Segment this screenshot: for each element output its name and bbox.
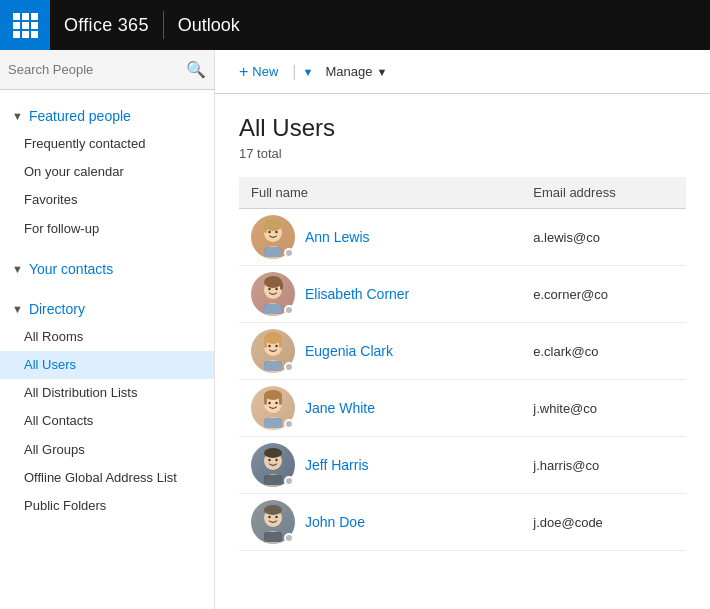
user-name-cell: Jane White: [239, 380, 521, 437]
sidebar-item-favorites[interactable]: Favorites: [0, 186, 214, 214]
svg-rect-2: [264, 225, 267, 233]
svg-point-11: [275, 288, 277, 290]
page-subtitle: 17 total: [239, 146, 686, 161]
avatar: [251, 443, 295, 487]
user-email: a.lewis@co: [533, 230, 600, 245]
avatar: [251, 272, 295, 316]
svg-point-33: [275, 459, 277, 461]
svg-rect-9: [280, 282, 283, 290]
user-email-cell: e.corner@co: [521, 266, 686, 323]
app-suite-title: Office 365: [50, 15, 163, 36]
svg-point-37: [264, 505, 282, 515]
content-area: + New | ▼ Manage ▼ All Users 17 total Fu…: [215, 50, 710, 609]
status-dot: [284, 305, 294, 315]
user-email: j.white@co: [533, 401, 597, 416]
sidebar-item-public-folders[interactable]: Public Folders: [0, 492, 214, 520]
featured-people-header[interactable]: ▼ Featured people: [0, 98, 214, 130]
user-email-cell: j.harris@co: [521, 437, 686, 494]
search-people-input[interactable]: [8, 62, 186, 77]
sidebar-item-frequently-contacted[interactable]: Frequently contacted: [0, 130, 214, 158]
avatar: [251, 329, 295, 373]
svg-point-27: [275, 402, 277, 404]
user-name-cell: Elisabeth Corner: [239, 266, 521, 323]
avatar: [251, 386, 295, 430]
new-dropdown-arrow[interactable]: ▼: [303, 66, 314, 78]
featured-people-label: Featured people: [29, 108, 131, 124]
table-row: Jeff Harris j.harris@co: [239, 437, 686, 494]
chevron-down-icon-directory: ▼: [12, 303, 23, 315]
svg-point-39: [275, 516, 277, 518]
waffle-icon: [13, 13, 38, 38]
avatar: [251, 500, 295, 544]
col-email: Email address: [521, 177, 686, 209]
svg-point-38: [268, 516, 270, 518]
sidebar-item-all-users[interactable]: All Users: [0, 351, 214, 379]
svg-rect-41: [264, 532, 282, 542]
search-icon[interactable]: 🔍: [186, 60, 206, 79]
user-full-name[interactable]: John Doe: [305, 514, 365, 530]
table-row: Eugenia Clark e.clark@co: [239, 323, 686, 380]
directory-header[interactable]: ▼ Directory: [0, 291, 214, 323]
table-row: Elisabeth Corner e.corner@co: [239, 266, 686, 323]
sidebar-item-offline-gal[interactable]: Offline Global Address List: [0, 464, 214, 492]
svg-point-8: [264, 276, 282, 288]
svg-point-4: [275, 231, 277, 233]
table-row: Jane White j.white@co: [239, 380, 686, 437]
svg-point-31: [264, 448, 282, 458]
users-table: Full name Email address: [239, 177, 686, 551]
chevron-down-icon: ▼: [12, 110, 23, 122]
manage-dropdown-arrow: ▼: [376, 66, 387, 78]
user-full-name[interactable]: Eugenia Clark: [305, 343, 393, 359]
sidebar-item-all-groups[interactable]: All Groups: [0, 436, 214, 464]
user-name-cell: Jeff Harris: [239, 437, 521, 494]
toolbar: + New | ▼ Manage ▼: [215, 50, 710, 94]
top-bar: Office 365 Outlook: [0, 0, 710, 50]
svg-point-19: [275, 345, 277, 347]
table-header-row: Full name Email address: [239, 177, 686, 209]
waffle-button[interactable]: [0, 0, 50, 50]
new-button-label: New: [252, 64, 278, 79]
col-fullname: Full name: [239, 177, 521, 209]
svg-rect-29: [264, 418, 282, 428]
your-contacts-label: Your contacts: [29, 261, 113, 277]
page-body: All Users 17 total Full name Email addre…: [215, 94, 710, 609]
sidebar-item-follow-up[interactable]: For follow-up: [0, 215, 214, 243]
user-email-cell: j.doe@code: [521, 494, 686, 551]
plus-icon: +: [239, 63, 248, 81]
svg-rect-35: [264, 475, 282, 485]
user-full-name[interactable]: Elisabeth Corner: [305, 286, 409, 302]
main-layout: 🔍 ▼ Featured people Frequently contacted…: [0, 50, 710, 609]
user-email-cell: a.lewis@co: [521, 209, 686, 266]
svg-rect-17: [279, 338, 282, 348]
manage-dropdown[interactable]: Manage ▼: [317, 60, 395, 83]
table-row: John Doe j.doe@code: [239, 494, 686, 551]
user-full-name[interactable]: Ann Lewis: [305, 229, 370, 245]
svg-point-32: [268, 459, 270, 461]
your-contacts-header[interactable]: ▼ Your contacts: [0, 251, 214, 283]
svg-point-10: [268, 288, 270, 290]
svg-point-3: [268, 231, 270, 233]
user-full-name[interactable]: Jeff Harris: [305, 457, 369, 473]
user-email: j.doe@code: [533, 515, 603, 530]
status-dot: [284, 476, 294, 486]
status-dot: [284, 248, 294, 258]
sidebar-item-all-distribution-lists[interactable]: All Distribution Lists: [0, 379, 214, 407]
status-dot: [284, 419, 294, 429]
toolbar-divider: |: [292, 63, 296, 81]
svg-rect-6: [264, 247, 282, 257]
status-dot: [284, 533, 294, 543]
sidebar: 🔍 ▼ Featured people Frequently contacted…: [0, 50, 215, 609]
svg-rect-16: [264, 338, 267, 348]
sidebar-item-on-calendar[interactable]: On your calendar: [0, 158, 214, 186]
sidebar-item-all-contacts[interactable]: All Contacts: [0, 407, 214, 435]
status-dot: [284, 362, 294, 372]
chevron-down-icon-contacts: ▼: [12, 263, 23, 275]
page-title: All Users: [239, 114, 686, 142]
svg-rect-13: [264, 304, 282, 314]
svg-rect-24: [264, 395, 267, 405]
user-full-name[interactable]: Jane White: [305, 400, 375, 416]
new-button[interactable]: + New: [231, 59, 286, 85]
user-email: j.harris@co: [533, 458, 599, 473]
search-people-bar[interactable]: 🔍: [0, 50, 214, 90]
sidebar-item-all-rooms[interactable]: All Rooms: [0, 323, 214, 351]
